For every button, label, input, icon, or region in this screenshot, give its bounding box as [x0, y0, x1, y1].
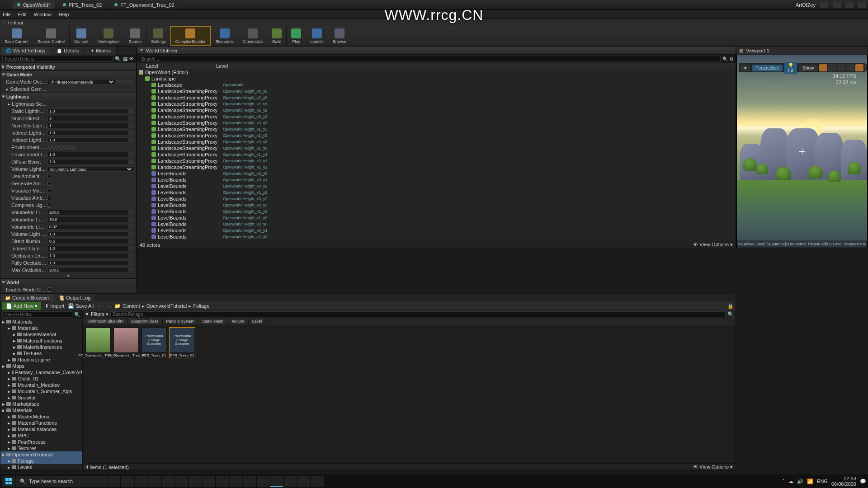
source-folder[interactable]: ▸ MasterMaterial: [0, 331, 82, 338]
property-select[interactable]: Volumetric Lightmap: [47, 166, 133, 172]
source-folder[interactable]: ▸ MaterialInstances: [0, 426, 82, 432]
outliner-row[interactable]: LevelBoundsOpenworldHeight_x1_y2: [137, 189, 736, 196]
source-folder[interactable]: ▸ MaterialInstances: [0, 344, 82, 350]
property-input[interactable]: [47, 108, 128, 114]
source-folder[interactable]: ▸ Maps: [0, 363, 82, 369]
spinner-icon[interactable]: [129, 159, 133, 164]
taskbar-app[interactable]: [135, 476, 147, 487]
source-folder[interactable]: ▸ MaterialFunctions: [0, 420, 82, 426]
notifications-icon[interactable]: 💬: [860, 479, 866, 484]
property-input[interactable]: [47, 130, 128, 136]
spinner-icon[interactable]: [129, 267, 133, 273]
filter-chip[interactable]: Blueprint Class: [127, 319, 163, 324]
taskbar-app[interactable]: [297, 476, 310, 487]
menu-edit[interactable]: Edit: [18, 12, 27, 17]
nav-back-button[interactable]: ←: [97, 303, 102, 309]
spinner-icon[interactable]: [129, 224, 133, 230]
source-folder[interactable]: ▸ Textures: [0, 445, 82, 451]
clock[interactable]: 22:5306/06/2020: [831, 476, 856, 487]
reset-default-icon[interactable]: [130, 80, 133, 84]
world-outliner-tab[interactable]: World Outliner: [137, 47, 736, 55]
spinner-icon[interactable]: [129, 210, 133, 215]
outliner-row[interactable]: LevelBoundsOpenworldHeight_x0_y2: [137, 183, 736, 189]
property-input[interactable]: [47, 231, 128, 237]
filter-icon[interactable]: 👁: [129, 56, 134, 61]
source-folder[interactable]: ▸ PostProcess: [0, 439, 82, 445]
grip-icon[interactable]: [3, 20, 5, 25]
outliner-row[interactable]: OpenWorld (Editor): [137, 69, 736, 75]
spinner-icon[interactable]: [129, 231, 133, 237]
world-settings-body[interactable]: Precomputed VisibilityGame ModeGameMode …: [0, 63, 136, 293]
tab-output-log[interactable]: 📜 Output Log: [54, 294, 95, 301]
toolbar-play-button[interactable]: Play: [287, 26, 306, 46]
asset-item[interactable]: Procedural Foliage SpawnerPFS_Trees_01: [142, 328, 167, 358]
toolbar-browse-button[interactable]: Browse: [328, 26, 351, 46]
taskbar-app[interactable]: [148, 476, 161, 487]
toolbar-launch-button[interactable]: Launch: [306, 26, 328, 46]
spinner-icon[interactable]: [129, 137, 133, 143]
source-folder[interactable]: ▸ Materials: [0, 319, 82, 325]
source-folder[interactable]: ▸ Textures: [0, 350, 82, 357]
source-folder[interactable]: ▸ Levels: [0, 464, 82, 470]
viewport-tab[interactable]: ▤ Viewport 1: [736, 47, 868, 55]
outliner-row[interactable]: LandscapeStreamingProxyOpenworldHeight_x…: [137, 101, 736, 107]
tab-content-browser[interactable]: 📁 Content Browser: [0, 294, 54, 301]
spinner-icon[interactable]: [129, 130, 133, 136]
source-folder[interactable]: ▸ Mountain_Meadow: [0, 382, 82, 388]
outliner-row[interactable]: LandscapeStreamingProxyOpenworldHeight_x…: [137, 126, 736, 132]
outliner-row[interactable]: LevelBoundsOpenworldHeight_x3_y2: [137, 196, 736, 202]
select-mode-icon[interactable]: [819, 64, 827, 71]
property-input[interactable]: [47, 260, 128, 266]
taskbar-app[interactable]: [203, 476, 215, 487]
asset-item[interactable]: FT_Openworld_Tree_02: [113, 328, 139, 358]
filter-chip[interactable]: Particle System: [163, 319, 199, 324]
toolbar-source-button[interactable]: Source: [124, 26, 146, 46]
source-folder[interactable]: ▸ HoudiniEngine: [0, 357, 82, 363]
asset-item[interactable]: Procedural Foliage SpawnerPFS_Trees_02: [170, 328, 195, 358]
property-input[interactable]: [47, 152, 128, 157]
outliner-row[interactable]: LevelBoundsOpenworldHeight_x0_y3: [137, 202, 736, 208]
taskbar-app[interactable]: [121, 476, 134, 487]
taskbar-search[interactable]: 🔍 Type here to search: [16, 476, 107, 487]
menu-help[interactable]: Help: [59, 12, 69, 17]
document-tab-2[interactable]: PFS_Trees_02: [58, 1, 107, 9]
spinner-icon[interactable]: [129, 260, 133, 266]
outliner-row[interactable]: LevelBoundsOpenworldHeight_x0_y1: [137, 177, 736, 183]
spinner-icon[interactable]: [129, 239, 133, 244]
outliner-row[interactable]: LevelBoundsOpenworldHeight_x1_y0: [137, 215, 736, 221]
perspective-button[interactable]: Perspective: [752, 65, 783, 71]
tab-world-settings[interactable]: 🌐 World Settings: [0, 47, 51, 55]
toolbar-cinematics-button[interactable]: Cinematics: [238, 26, 268, 46]
taskbar-app[interactable]: [243, 476, 256, 487]
spinner-icon[interactable]: [129, 217, 133, 222]
document-tab-1[interactable]: OpenWorld*: [13, 1, 55, 9]
browse-icon[interactable]: [121, 80, 124, 84]
toolbar-settings-button[interactable]: Settings: [146, 26, 170, 46]
taskbar-app[interactable]: [162, 476, 175, 487]
import-button[interactable]: ⬇ Import: [45, 303, 64, 309]
source-folder[interactable]: ▸ MaterialFunctions: [0, 338, 82, 344]
toolbar-marketplace-button[interactable]: Marketplace: [93, 26, 124, 46]
scale-mode-icon[interactable]: [846, 64, 854, 71]
start-button[interactable]: [2, 476, 15, 487]
toolbar-content-button[interactable]: Content: [70, 26, 93, 46]
search-icon[interactable]: 🔍: [115, 56, 121, 62]
outliner-row[interactable]: LandscapeStreamingProxyOpenworldHeight_x…: [137, 94, 736, 101]
spinner-icon[interactable]: [129, 116, 133, 121]
source-folder[interactable]: ▸ Marketplace: [0, 401, 82, 407]
source-folder[interactable]: ▸ Materials: [0, 407, 82, 413]
breadcrumb-item[interactable]: OpenworldTutorial: [146, 303, 187, 309]
taskbar-app-unreal[interactable]: [270, 476, 283, 487]
checkbox[interactable]: [47, 181, 52, 186]
search-icon[interactable]: 🔍: [74, 312, 80, 318]
coord-space-icon[interactable]: [855, 64, 863, 71]
toolbar-blueprints-button[interactable]: Blueprints: [211, 26, 238, 46]
property-input[interactable]: [47, 217, 128, 222]
lock-icon[interactable]: 🔒: [727, 303, 734, 309]
source-folder[interactable]: ▸ Foliage: [0, 458, 82, 464]
taskbar-app[interactable]: [230, 476, 242, 487]
source-folder[interactable]: ▸ Ghibli_01: [0, 375, 82, 382]
category-header[interactable]: Precomputed Visibility: [0, 63, 136, 70]
outliner-row[interactable]: LandscapeStreamingProxyOpenworldHeight_x…: [137, 164, 736, 170]
tray-lang[interactable]: ENG: [817, 479, 828, 484]
